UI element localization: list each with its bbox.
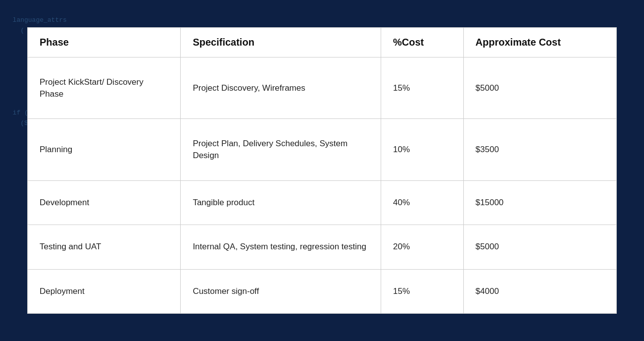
cell-specification-3: Internal QA, System testing, regression … (181, 225, 381, 269)
cell-phase-4: Deployment (28, 269, 181, 313)
table-row: Testing and UATInternal QA, System testi… (28, 225, 617, 269)
cell-pct_cost-4: 15% (381, 269, 463, 313)
cell-pct_cost-1: 10% (381, 119, 463, 180)
table-container: Phase Specification %Cost Approximate Co… (27, 27, 617, 314)
cell-phase-0: Project KickStart/ Discovery Phase (28, 57, 181, 119)
cell-phase-3: Testing and UAT (28, 225, 181, 269)
cell-pct_cost-2: 40% (381, 180, 463, 225)
table-row: PlanningProject Plan, Delivery Schedules… (28, 119, 617, 180)
cell-approx_cost-2: $15000 (463, 180, 616, 225)
cell-approx_cost-0: $5000 (463, 57, 616, 119)
cell-approx_cost-4: $4000 (463, 269, 616, 313)
cell-pct_cost-0: 15% (381, 57, 463, 119)
table-row: DeploymentCustomer sign-off15%$4000 (28, 269, 617, 313)
cost-table: Phase Specification %Cost Approximate Co… (27, 27, 617, 314)
cell-specification-4: Customer sign-off (181, 269, 381, 313)
header-specification: Specification (181, 28, 381, 57)
table-row: Project KickStart/ Discovery PhaseProjec… (28, 57, 617, 119)
header-phase: Phase (28, 28, 181, 57)
cell-phase-2: Development (28, 180, 181, 225)
cell-approx_cost-1: $3500 (463, 119, 616, 180)
cell-phase-1: Planning (28, 119, 181, 180)
cell-specification-2: Tangible product (181, 180, 381, 225)
header-pct-cost: %Cost (381, 28, 463, 57)
cell-specification-1: Project Plan, Delivery Schedules, System… (181, 119, 381, 180)
table-row: DevelopmentTangible product40%$15000 (28, 180, 617, 225)
table-header-row: Phase Specification %Cost Approximate Co… (28, 28, 617, 57)
cell-specification-0: Project Discovery, Wireframes (181, 57, 381, 119)
cell-approx_cost-3: $5000 (463, 225, 616, 269)
cell-pct_cost-3: 20% (381, 225, 463, 269)
header-approx-cost: Approximate Cost (463, 28, 616, 57)
